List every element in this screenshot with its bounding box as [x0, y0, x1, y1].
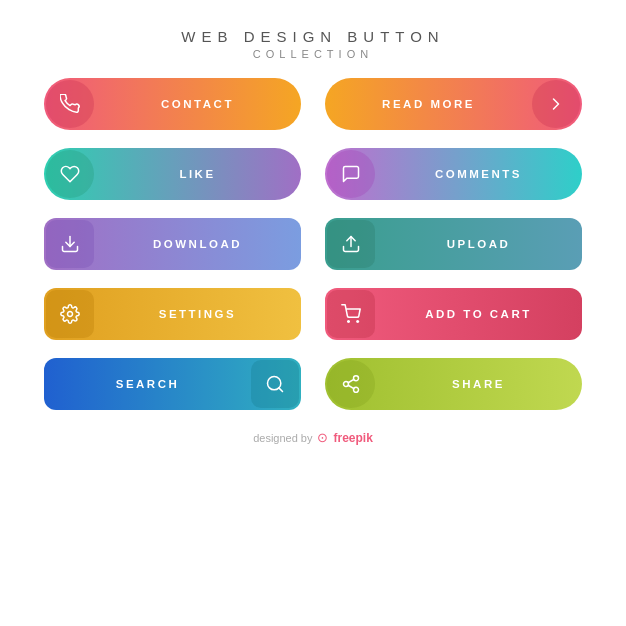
addtocart-label: ADD TO CART: [375, 308, 582, 320]
footer-text: designed by: [253, 432, 312, 444]
comments-icon: [327, 150, 375, 198]
search-button[interactable]: SEARCH: [44, 358, 301, 410]
page-subtitle: COLLECTION: [181, 48, 444, 60]
contact-button[interactable]: CONTACT: [44, 78, 301, 130]
comments-button[interactable]: COMMENTS: [325, 148, 582, 200]
download-label: DOWNLOAD: [94, 238, 301, 250]
readmore-button[interactable]: READ MORE: [325, 78, 582, 130]
upload-button[interactable]: UPLOAD: [325, 218, 582, 270]
like-icon: [46, 150, 94, 198]
header: WEB DESIGN BUTTON COLLECTION: [181, 28, 444, 60]
upload-label: UPLOAD: [375, 238, 582, 250]
settings-label: SETTINGS: [94, 308, 301, 320]
buttons-grid: CONTACT READ MORE LIKE COMMENTS: [0, 78, 626, 410]
settings-icon: [46, 290, 94, 338]
contact-icon: [46, 80, 94, 128]
footer-brand: freepik: [333, 431, 372, 445]
svg-point-3: [348, 321, 350, 323]
share-icon: [327, 360, 375, 408]
share-button[interactable]: SHARE: [325, 358, 582, 410]
like-label: LIKE: [94, 168, 301, 180]
svg-line-6: [279, 388, 283, 392]
download-button[interactable]: DOWNLOAD: [44, 218, 301, 270]
svg-point-4: [357, 321, 359, 323]
page-title: WEB DESIGN BUTTON: [181, 28, 444, 45]
search-label: SEARCH: [44, 378, 251, 390]
footer-logo-icon: ⊙: [317, 430, 328, 445]
footer: designed by ⊙ freepik: [253, 430, 373, 445]
download-icon: [46, 220, 94, 268]
comments-label: COMMENTS: [375, 168, 582, 180]
addtocart-button[interactable]: ADD TO CART: [325, 288, 582, 340]
readmore-label: READ MORE: [325, 98, 532, 110]
contact-label: CONTACT: [94, 98, 301, 110]
svg-line-10: [348, 385, 354, 388]
addtocart-icon: [327, 290, 375, 338]
readmore-icon: [532, 80, 580, 128]
like-button[interactable]: LIKE: [44, 148, 301, 200]
settings-button[interactable]: SETTINGS: [44, 288, 301, 340]
search-icon: [251, 360, 299, 408]
share-label: SHARE: [375, 378, 582, 390]
svg-point-2: [68, 312, 73, 317]
upload-icon: [327, 220, 375, 268]
svg-line-11: [348, 379, 354, 382]
